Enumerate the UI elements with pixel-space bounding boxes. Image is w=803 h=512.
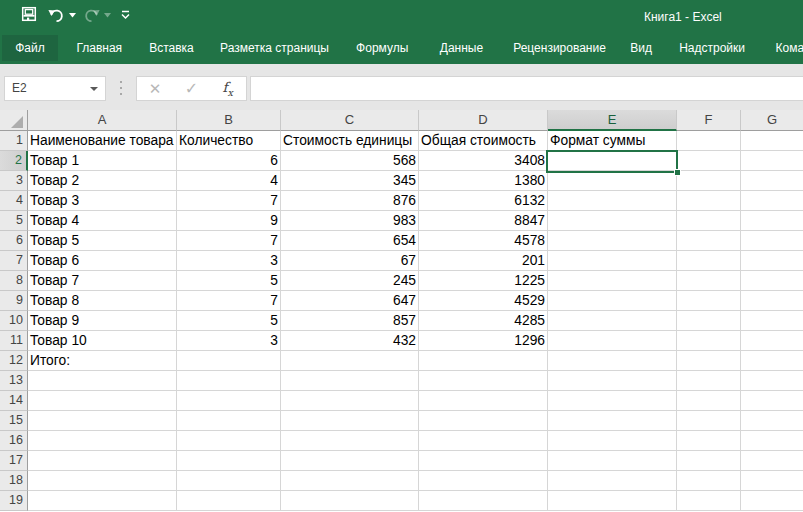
cell-D5[interactable]: 8847 [419,211,548,231]
cell-A7[interactable]: Товар 6 [28,251,177,271]
cell-B7[interactable]: 3 [177,251,281,271]
cell-G1[interactable] [741,131,803,151]
cell-B10[interactable]: 5 [177,311,281,331]
col-header-A[interactable]: A [28,110,177,131]
cell-E1[interactable]: Формат суммы [548,131,677,151]
row-header-17[interactable]: 17 [0,451,28,471]
col-header-D[interactable]: D [419,110,548,131]
cell-C2[interactable]: 568 [281,151,419,171]
cell-F9[interactable] [677,291,741,311]
cell-F19[interactable] [677,491,741,511]
cell-G18[interactable] [741,471,803,491]
cell-D7[interactable]: 201 [419,251,548,271]
ribbon-tab-рецензирование[interactable]: Рецензирование [513,32,606,64]
redo-dropdown[interactable] [104,13,111,18]
cell-A13[interactable] [28,371,177,391]
cell-G11[interactable] [741,331,803,351]
row-header-19[interactable]: 19 [0,491,28,511]
cell-D2[interactable]: 3408 [419,151,548,171]
cell-F4[interactable] [677,191,741,211]
cell-D17[interactable] [419,451,548,471]
enter-button[interactable]: ✓ [173,77,209,100]
cell-B6[interactable]: 7 [177,231,281,251]
col-header-C[interactable]: C [281,110,419,131]
cell-C6[interactable]: 654 [281,231,419,251]
cell-D14[interactable] [419,391,548,411]
cell-G13[interactable] [741,371,803,391]
cell-C11[interactable]: 432 [281,331,419,351]
cell-F17[interactable] [677,451,741,471]
row-header-3[interactable]: 3 [0,171,28,191]
cell-F12[interactable] [677,351,741,371]
cell-B8[interactable]: 5 [177,271,281,291]
cell-C7[interactable]: 67 [281,251,419,271]
row-header-18[interactable]: 18 [0,471,28,491]
ribbon-tab-надстройки[interactable]: Надстройки [679,32,745,64]
name-box[interactable]: E2 [4,76,106,101]
col-header-F[interactable]: F [677,110,741,131]
undo-button[interactable] [48,8,65,23]
cell-B19[interactable] [177,491,281,511]
cell-C16[interactable] [281,431,419,451]
cell-G3[interactable] [741,171,803,191]
cell-F2[interactable] [677,151,741,171]
cell-A18[interactable] [28,471,177,491]
cell-C10[interactable]: 857 [281,311,419,331]
row-header-7[interactable]: 7 [0,251,28,271]
cell-A19[interactable] [28,491,177,511]
cell-D19[interactable] [419,491,548,511]
cell-E9[interactable] [548,291,677,311]
row-header-14[interactable]: 14 [0,391,28,411]
cell-C15[interactable] [281,411,419,431]
cell-B12[interactable] [177,351,281,371]
cell-B16[interactable] [177,431,281,451]
cell-A9[interactable]: Товар 8 [28,291,177,311]
row-header-13[interactable]: 13 [0,371,28,391]
row-header-8[interactable]: 8 [0,271,28,291]
cell-D10[interactable]: 4285 [419,311,548,331]
cell-A3[interactable]: Товар 2 [28,171,177,191]
cell-A16[interactable] [28,431,177,451]
row-header-10[interactable]: 10 [0,311,28,331]
cell-E16[interactable] [548,431,677,451]
row-header-9[interactable]: 9 [0,291,28,311]
row-header-11[interactable]: 11 [0,331,28,351]
cell-B14[interactable] [177,391,281,411]
cell-D12[interactable] [419,351,548,371]
ribbon-tab-вид[interactable]: Вид [630,32,652,64]
cell-B1[interactable]: Количество [177,131,281,151]
col-header-G[interactable]: G [741,110,803,131]
row-header-16[interactable]: 16 [0,431,28,451]
cell-E6[interactable] [548,231,677,251]
cell-E15[interactable] [548,411,677,431]
cell-A17[interactable] [28,451,177,471]
row-header-2[interactable]: 2 [0,151,28,171]
cell-B11[interactable]: 3 [177,331,281,351]
cell-F11[interactable] [677,331,741,351]
cell-A2[interactable]: Товар 1 [28,151,177,171]
cell-F3[interactable] [677,171,741,191]
cell-G15[interactable] [741,411,803,431]
cell-G19[interactable] [741,491,803,511]
cell-F8[interactable] [677,271,741,291]
cell-D9[interactable]: 4529 [419,291,548,311]
ribbon-tab-главная[interactable]: Главная [76,32,122,64]
cell-B2[interactable]: 6 [177,151,281,171]
cell-C9[interactable]: 647 [281,291,419,311]
cell-G5[interactable] [741,211,803,231]
cell-G12[interactable] [741,351,803,371]
cell-C12[interactable] [281,351,419,371]
cell-A1[interactable]: Наименование товара [28,131,177,151]
ribbon-tab-формулы[interactable]: Формулы [356,32,408,64]
cell-E2[interactable] [548,151,677,171]
row-header-6[interactable]: 6 [0,231,28,251]
cell-A10[interactable]: Товар 9 [28,311,177,331]
cell-C3[interactable]: 345 [281,171,419,191]
cell-E18[interactable] [548,471,677,491]
cell-D3[interactable]: 1380 [419,171,548,191]
cell-F16[interactable] [677,431,741,451]
ribbon-tab-вставка[interactable]: Вставка [149,32,194,64]
cell-F1[interactable] [677,131,741,151]
cell-D18[interactable] [419,471,548,491]
save-button[interactable] [20,5,37,22]
